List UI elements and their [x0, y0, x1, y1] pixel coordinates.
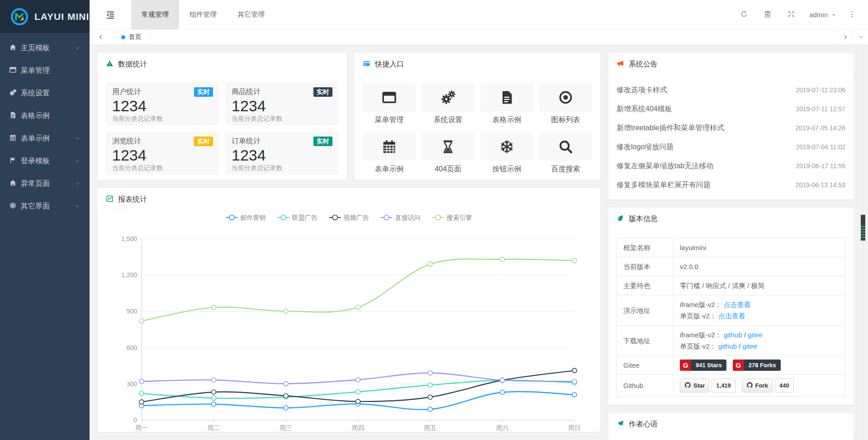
sidebar-item-label: 系统设置: [21, 89, 50, 98]
more-menu-button[interactable]: [843, 10, 861, 19]
github-fork-widget[interactable]: Fork440: [742, 378, 794, 393]
sidebar-item-calendar[interactable]: 表单示例: [0, 127, 90, 150]
github-icon: [746, 380, 753, 391]
calendar-icon: [9, 134, 21, 143]
announcement-date: 2019-07-05 14:28: [795, 124, 845, 132]
svg-text:周日: 周日: [568, 424, 581, 431]
chevron-down-icon: [74, 44, 81, 52]
version-link[interactable]: 点击查看: [724, 301, 751, 308]
quick-entry-snowflake[interactable]: 按钮示例: [480, 132, 533, 174]
module-tab[interactable]: 组件管理: [179, 0, 227, 29]
sidebar-item-file[interactable]: 表格示例: [0, 104, 90, 127]
bullhorn-icon: [617, 60, 624, 69]
fullscreen-button[interactable]: [779, 10, 803, 19]
quick-card-title: 快捷入口: [375, 60, 404, 69]
module-tab[interactable]: 常规管理: [131, 0, 179, 29]
sidebar-item-home[interactable]: 异常页面: [0, 172, 90, 195]
version-link[interactable]: github: [724, 331, 742, 339]
tabs-scroll-left-button[interactable]: [90, 30, 112, 44]
sidebar-collapse-button[interactable]: [90, 0, 131, 29]
tab-home-label: 首页: [129, 33, 142, 41]
sidebar-item-label: 其它界面: [21, 202, 50, 211]
stat-value: 1234: [232, 97, 332, 115]
quick-card-header: 快捷入口: [355, 53, 600, 76]
sidebar-item-window[interactable]: 菜单管理: [0, 59, 90, 82]
svg-text:周四: 周四: [352, 424, 365, 431]
logo: LAYUI MINI: [0, 0, 90, 33]
sidebar-item-label: 登录模板: [21, 156, 50, 166]
scrollbar-thumb[interactable]: [861, 215, 865, 241]
version-row: 当前版本v2.0.0: [617, 257, 845, 276]
announcement-text: 修改选项卡样式: [617, 85, 667, 95]
stat-box: 浏览统计 1234 当前分类总记录数 实时: [106, 132, 219, 175]
quick-entry-search[interactable]: 百度搜索: [539, 132, 592, 174]
home-icon: [9, 43, 21, 52]
sidebar-item-home[interactable]: 主页模板: [0, 37, 90, 59]
sidebar-item-snowflake[interactable]: 其它界面: [0, 195, 90, 218]
svg-text:周五: 周五: [424, 424, 436, 431]
version-value: 零门槛 / 响应式 / 清爽 / 极简: [680, 282, 765, 289]
version-row-label: 当前版本: [617, 257, 674, 276]
version-link-line: iframe版-v2： 点击查看: [680, 299, 839, 310]
version-table-wrap: 框架名称layuimini当前版本v2.0.0主要特色零门槛 / 响应式 / 清…: [608, 231, 854, 405]
svg-text:900: 900: [127, 308, 138, 315]
chevron-down-icon: [74, 180, 81, 187]
snowflake-icon: [9, 202, 21, 211]
version-header: 版本信息: [608, 208, 854, 231]
stat-value: 1234: [232, 146, 332, 164]
version-link[interactable]: gitee: [742, 342, 757, 350]
sidebar-item-label: 表格示例: [21, 111, 50, 121]
announcement-text: 修复多模块菜单栏展开有问题: [617, 180, 711, 190]
quick-entry-label: 百度搜索: [539, 165, 592, 174]
announcement-text: 新增treetable插件和菜单管理样式: [617, 123, 724, 133]
announcement-row: 修复左侧菜单缩放tab无法移动 2019-06-17 11:55: [617, 156, 845, 175]
report-chart-svg: 03006009001,2001,500周一周二周三周四周五周六周日邮件营销联盟…: [106, 211, 592, 432]
version-row: 主要特色零门槛 / 响应式 / 清爽 / 极简: [617, 276, 845, 295]
tabs-menu-button[interactable]: [853, 30, 868, 44]
version-link-line: 单页版-v2： github / gitee: [680, 341, 839, 352]
version-link[interactable]: 点击查看: [718, 312, 745, 320]
window-icon: [9, 66, 21, 75]
tabs-scroll-right-button[interactable]: [837, 30, 853, 44]
sidebar-item-label: 主页模板: [21, 43, 50, 53]
quick-entry-cogs[interactable]: 系统设置: [422, 83, 474, 125]
chevron-down-icon: [74, 157, 81, 165]
tab-home[interactable]: 首页: [112, 30, 151, 44]
gitee-badge[interactable]: G278 Forks: [733, 360, 781, 371]
version-row: 演示地址iframe版-v2： 点击查看单页版-v2： 点击查看: [617, 295, 845, 326]
module-tab[interactable]: 其它管理: [227, 0, 275, 29]
quick-entry-label: 404页面: [422, 165, 474, 174]
github-count: 1,419: [711, 378, 735, 393]
sidebar-item-cogs[interactable]: 系统设置: [0, 82, 90, 104]
report-chart-card: 报表统计 03006009001,2001,500周一周二周三周四周五周六周日邮…: [98, 188, 600, 432]
version-link[interactable]: github: [718, 342, 737, 350]
user-name: admin: [809, 11, 828, 19]
file-icon: [9, 111, 21, 120]
author-card: 作者心语 本模板基于layui2.5.4以及font-awesome-4.7.0…: [608, 413, 854, 440]
announcement-text: 新增系统404模板: [617, 104, 672, 114]
quick-entry-calendar[interactable]: 表单示例: [363, 132, 416, 174]
vertical-scrollbar[interactable]: [861, 45, 865, 440]
version-card: 版本信息 框架名称layuimini当前版本v2.0.0主要特色零门槛 / 响应…: [608, 208, 854, 405]
sidebar: LAYUI MINI 主页模板 菜单管理 系统设置 表格示例 表单示例 登录模板…: [0, 0, 90, 440]
stat-desc: 当前分类总记录数: [112, 115, 213, 123]
content-side-column: 系统公告 修改选项卡样式 2019-07-11 23:06新增系统404模板 2…: [608, 53, 854, 432]
quick-entry-window[interactable]: 菜单管理: [363, 83, 416, 125]
credit-card-icon: [363, 60, 370, 69]
github-star-widget[interactable]: Star1,419: [680, 378, 735, 393]
user-dropdown[interactable]: admin: [803, 11, 843, 19]
gitee-logo: G: [680, 360, 691, 371]
version-row-label: Github: [617, 375, 674, 397]
version-link[interactable]: gitee: [748, 331, 763, 339]
stats-grid: 用户统计 1234 当前分类总记录数 实时商品统计 1234 当前分类总记录数 …: [98, 76, 346, 181]
content-main-column: 数据统计 用户统计 1234 当前分类总记录数 实时商品统计 1234 当前分类…: [98, 53, 600, 432]
quick-entry-hourglass[interactable]: 404页面: [422, 132, 474, 174]
version-row: GiteeG941 StarsG278 Forks: [617, 356, 845, 375]
refresh-button[interactable]: [732, 10, 756, 19]
gitee-badge[interactable]: G941 Stars: [680, 360, 726, 371]
quick-entry-dot-circle[interactable]: 图标列表: [539, 83, 592, 125]
clear-cache-button[interactable]: [756, 10, 779, 19]
announcement-text: 修改logo缩放问题: [617, 142, 674, 152]
sidebar-item-flag[interactable]: 登录模板: [0, 150, 90, 172]
quick-entry-file[interactable]: 表格示例: [480, 83, 533, 125]
